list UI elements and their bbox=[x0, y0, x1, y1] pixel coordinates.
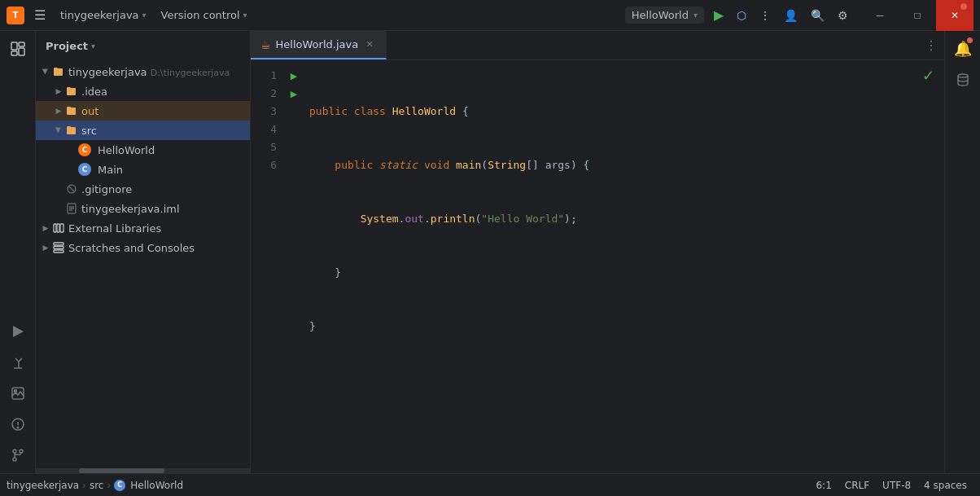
status-indent[interactable]: 4 spaces bbox=[917, 480, 973, 491]
activity-git-button[interactable] bbox=[3, 441, 33, 470]
tree-arrow-extlibs: ▶ bbox=[39, 222, 52, 235]
run-config-selector[interactable]: HelloWorld ▾ bbox=[625, 7, 704, 24]
status-position[interactable]: 6:1 bbox=[809, 480, 838, 491]
title-bar: T ☰ tinygeekerjava ▾ Version control ▾ H… bbox=[0, 0, 980, 31]
code-content[interactable]: public class HelloWorld { public static … bbox=[303, 60, 944, 473]
right-sidebar: 🔔 bbox=[944, 31, 980, 473]
svg-rect-21 bbox=[60, 224, 63, 232]
tree-label-gitignore: .gitignore bbox=[81, 183, 243, 195]
java-main-icon: C bbox=[78, 163, 91, 176]
tree-label-idea: .idea bbox=[81, 86, 243, 98]
tree-item-external-libraries[interactable]: ▶ External Libraries bbox=[36, 218, 250, 238]
search-button[interactable]: 🔍 bbox=[806, 6, 829, 25]
profile-button[interactable]: 👤 bbox=[779, 6, 803, 25]
minimize-button[interactable]: ─ bbox=[861, 0, 899, 31]
tree-item-out[interactable]: ▶ out bbox=[36, 101, 250, 121]
tab-filename: HelloWorld.java bbox=[276, 38, 359, 50]
title-actions: ▶ ⬡ ⋮ 👤 🔍 ⚙ bbox=[709, 4, 853, 26]
run-config-name: HelloWorld bbox=[632, 9, 689, 21]
breadcrumb: tinygeekerjava › src › C HelloWorld bbox=[7, 480, 183, 491]
folder-src-icon bbox=[65, 124, 78, 137]
version-control-chevron-icon: ▾ bbox=[243, 11, 247, 20]
code-line-4: } bbox=[309, 264, 944, 282]
editor-tab-helloworld[interactable]: ☕ HelloWorld.java ✕ bbox=[251, 31, 387, 59]
tree-scrollbar-thumb bbox=[79, 468, 164, 473]
editor-tabs-more-button[interactable]: ⋮ bbox=[918, 37, 944, 53]
tree-item-src[interactable]: ▶ src bbox=[36, 121, 250, 140]
activity-build-button[interactable] bbox=[3, 348, 33, 377]
run-button[interactable]: ▶ bbox=[709, 4, 728, 26]
code-line-5: } bbox=[309, 318, 944, 336]
more-actions-button[interactable]: ⋮ bbox=[755, 6, 776, 25]
svg-rect-2 bbox=[19, 42, 24, 46]
activity-project-button[interactable] bbox=[3, 34, 33, 64]
line-num-6: 6 bbox=[251, 156, 285, 174]
notifications-button[interactable]: 🔔 bbox=[948, 34, 978, 64]
status-line-ending[interactable]: CRLF bbox=[838, 480, 876, 491]
sidebar-title-chevron-icon: ▾ bbox=[91, 42, 95, 50]
library-icon bbox=[52, 222, 65, 235]
scratches-icon bbox=[52, 241, 65, 254]
tree-item-helloworld[interactable]: C HelloWorld bbox=[36, 140, 250, 160]
run-gutter-icon-1[interactable]: ▶ bbox=[291, 71, 297, 81]
gutter-row-1: ▶ bbox=[285, 67, 303, 85]
app-logo: T bbox=[7, 7, 24, 24]
version-control-selector[interactable]: Version control ▾ bbox=[156, 6, 252, 24]
maximize-button[interactable]: □ bbox=[899, 0, 936, 31]
tree-item-scratches[interactable]: ▶ Scratches and Consoles bbox=[36, 238, 250, 257]
status-line-ending-text: CRLF bbox=[845, 480, 869, 491]
database-button[interactable] bbox=[948, 65, 978, 94]
line-numbers: 1 2 3 4 5 6 bbox=[251, 60, 285, 473]
svg-rect-20 bbox=[57, 224, 59, 232]
tree-item-iml[interactable]: tinygeekerjava.iml bbox=[36, 199, 250, 218]
project-selector[interactable]: tinygeekerjava ▾ bbox=[55, 6, 151, 24]
tree-label-main: Main bbox=[98, 164, 243, 176]
line-num-2: 2 bbox=[251, 85, 285, 103]
breadcrumb-src[interactable]: src bbox=[90, 480, 104, 491]
window-controls: ─ □ ✕ bbox=[861, 0, 973, 31]
gutter-row-3 bbox=[285, 103, 303, 121]
tree-label-root: tinygeekerjava D:\tinygeekerjava bbox=[68, 66, 243, 78]
settings-button[interactable]: ⚙ bbox=[833, 6, 853, 25]
tree-label-iml: tinygeekerjava.iml bbox=[81, 203, 243, 215]
activity-run-button[interactable] bbox=[3, 317, 33, 346]
activity-warning-button[interactable] bbox=[3, 410, 33, 439]
breadcrumb-sep-1: › bbox=[82, 480, 86, 491]
code-line-1: public class HelloWorld { bbox=[309, 103, 944, 121]
code-line-2: public static void main(String[] args) { bbox=[309, 156, 944, 174]
tree-arrow-out: ▶ bbox=[52, 104, 65, 117]
iml-icon bbox=[65, 202, 78, 215]
status-right: 6:1 CRLF UTF-8 4 spaces bbox=[809, 480, 973, 491]
activity-image-button[interactable] bbox=[3, 379, 33, 408]
tree-item-gitignore[interactable]: .gitignore bbox=[36, 179, 250, 199]
hamburger-menu-button[interactable]: ☰ bbox=[29, 6, 50, 25]
gutter-row-2: ▶ bbox=[285, 85, 303, 103]
line-num-1: 1 bbox=[251, 67, 285, 85]
svg-rect-1 bbox=[11, 51, 17, 55]
svg-marker-4 bbox=[13, 326, 24, 337]
svg-point-9 bbox=[17, 427, 19, 428]
sidebar-title[interactable]: Project ▾ bbox=[46, 40, 95, 52]
status-indent-text: 4 spaces bbox=[924, 480, 967, 491]
tree-item-root[interactable]: ▶ tinygeekerjava D:\tinygeekerjava bbox=[36, 62, 250, 81]
line-num-4: 4 bbox=[251, 121, 285, 138]
run-config-chevron-icon: ▾ bbox=[693, 11, 698, 20]
close-button[interactable]: ✕ bbox=[936, 0, 973, 31]
breadcrumb-class[interactable]: HelloWorld bbox=[130, 480, 183, 491]
status-encoding[interactable]: UTF-8 bbox=[876, 480, 917, 491]
svg-rect-24 bbox=[54, 250, 63, 252]
breadcrumb-class-icon: C bbox=[114, 480, 125, 491]
code-checkmark-icon: ✓ bbox=[922, 67, 934, 84]
sidebar-header: Project ▾ bbox=[36, 31, 250, 60]
editor-tabs: ☕ HelloWorld.java ✕ ⋮ bbox=[251, 31, 944, 60]
tab-close-button[interactable]: ✕ bbox=[363, 38, 376, 51]
tree-scrollbar[interactable] bbox=[36, 468, 250, 473]
breadcrumb-project[interactable]: tinygeekerjava bbox=[7, 480, 79, 491]
tree-arrow-idea: ▶ bbox=[52, 85, 65, 98]
run-gutter-icon-2[interactable]: ▶ bbox=[291, 89, 297, 99]
code-editor: 1 2 3 4 5 6 ▶ ▶ pu bbox=[251, 60, 944, 473]
debug-button[interactable]: ⬡ bbox=[732, 6, 751, 25]
folder-out-icon bbox=[65, 104, 78, 117]
tree-item-main[interactable]: C Main bbox=[36, 160, 250, 179]
tree-item-idea[interactable]: ▶ .idea bbox=[36, 81, 250, 101]
